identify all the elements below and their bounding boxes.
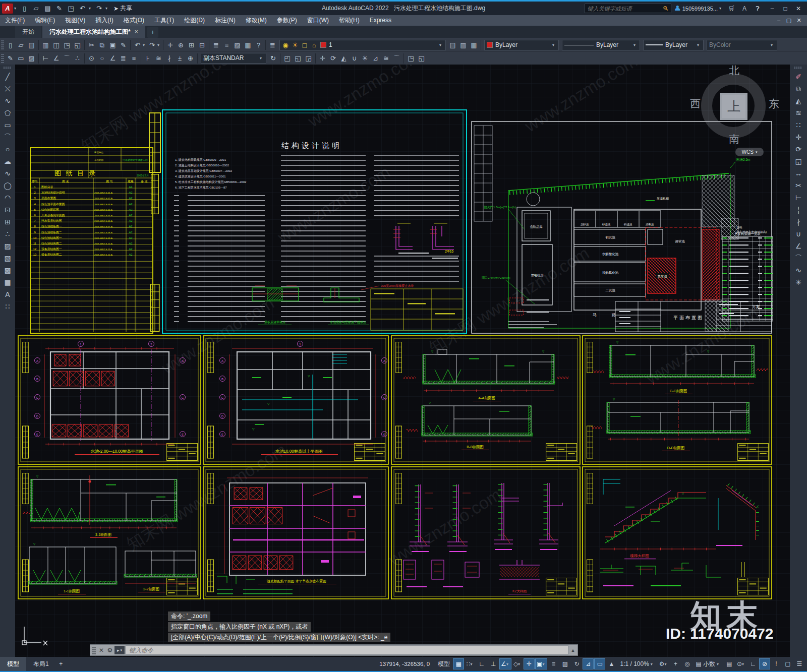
isodraft-toggle[interactable]: ◇▾ — [512, 658, 523, 669]
cut-icon[interactable]: ✂ — [86, 40, 97, 50]
draw-mtext-icon[interactable]: A — [2, 288, 14, 300]
draworder-above-icon[interactable]: ◲ — [303, 53, 314, 64]
dim-tolerance-icon[interactable]: ± — [175, 53, 185, 64]
layer-state-2-icon[interactable]: ▥ — [458, 40, 469, 50]
redo-icon[interactable]: ↷ — [147, 40, 157, 50]
tab-close-icon[interactable]: × — [135, 26, 138, 38]
pan-icon[interactable]: ✛ — [165, 40, 176, 50]
infer-constraints-toggle[interactable]: ∟ — [476, 658, 487, 669]
customization-gear[interactable]: ⚙▾ — [658, 658, 670, 669]
zoom-realtime-icon[interactable]: ⊕ — [176, 40, 186, 50]
viewcube-north[interactable]: 北 — [729, 65, 739, 78]
clean-screen-button[interactable]: ▢ — [782, 658, 793, 669]
grid-toggle[interactable]: ▦ — [453, 658, 464, 669]
modify-erase-icon[interactable]: ✐ — [792, 71, 804, 83]
menu-help[interactable]: 帮助(H) — [334, 15, 365, 26]
dim-radius-icon[interactable]: ⊙ — [86, 53, 97, 64]
modify-array-icon[interactable]: ∷ — [792, 119, 804, 131]
draworder-back-icon[interactable]: ◱ — [293, 53, 303, 64]
model-tab[interactable]: 模型 — [0, 657, 26, 671]
modify-join-icon[interactable]: ∪ — [349, 53, 360, 64]
draw-rectangle-icon[interactable]: ▭ — [2, 119, 14, 131]
menu-tools[interactable]: 工具(T) — [149, 15, 179, 26]
modify-toolbar-grip[interactable] — [794, 67, 802, 69]
menu-view[interactable]: 视图(V) — [60, 15, 90, 26]
menu-modify[interactable]: 修改(M) — [241, 15, 272, 26]
modify-trim-icon[interactable]: ✂ — [792, 179, 804, 192]
draw-circle-icon[interactable]: ○ — [2, 143, 14, 155]
modify-offset-icon[interactable]: ≋ — [792, 107, 804, 119]
modify-blend-icon[interactable]: ∿ — [792, 264, 804, 276]
draw-ellipse-arc-icon[interactable]: ◠ — [2, 192, 14, 204]
menu-dimension[interactable]: 标注(N) — [210, 15, 241, 26]
undo-icon[interactable]: ↶ — [132, 40, 143, 50]
plotstyle-control-dropdown[interactable]: ByColor ▾ — [707, 40, 777, 50]
lineweight-toggle[interactable]: ≡ — [548, 658, 559, 669]
dim-arclength-icon[interactable]: ⌒ — [62, 53, 72, 64]
dim-ordinate-icon[interactable]: ∴ — [72, 53, 83, 64]
modify-scale-icon[interactable]: ◱ — [792, 155, 804, 167]
paste-icon[interactable]: ▣ — [107, 40, 118, 50]
modify-fillet-icon[interactable]: ⌒ — [391, 53, 402, 64]
draw-spline-icon[interactable]: ∿ — [2, 167, 14, 179]
draw-polygon-icon[interactable]: ⬠ — [2, 107, 14, 119]
transparency-toggle[interactable]: ▨ — [559, 658, 570, 669]
isolate-objects-button[interactable]: ◎ — [682, 658, 693, 669]
command-bar[interactable]: ✕ ⚙ ▸▾ ▲ — [90, 644, 578, 656]
draw-region-icon[interactable]: ▩ — [2, 264, 14, 276]
layer-state-3-icon[interactable]: ▦ — [469, 40, 479, 50]
menu-format[interactable]: 格式(O) — [119, 15, 149, 26]
account-menu[interactable]: 👤︎ 1505999135... ▾ — [674, 5, 723, 12]
copy-icon[interactable]: ⧉ — [97, 40, 107, 50]
preview-icon[interactable]: ◫ — [51, 40, 62, 50]
dynamic-input-toggle[interactable]: ▭ — [594, 658, 605, 669]
command-expand-icon[interactable]: ▲ — [568, 648, 578, 653]
draw-gradient-icon[interactable]: ▧ — [2, 252, 14, 264]
layer-states-icon[interactable]: ≡ — [221, 40, 232, 50]
dim-edit-icon[interactable]: ✎ — [5, 53, 16, 64]
qat-saveas-button[interactable]: ✎ — [54, 3, 65, 14]
layer-thaw-icon[interactable]: ☀ — [292, 40, 299, 50]
qat-save-button[interactable]: ▤ — [42, 3, 53, 14]
new-layout-button[interactable]: + — [56, 660, 66, 667]
command-close-icon[interactable]: ✕ — [97, 647, 105, 654]
dim-angular-icon[interactable]: ∠ — [107, 53, 118, 64]
draworder-group-icon[interactable]: ◳ — [406, 53, 416, 64]
modify-rotate-icon[interactable]: ⟳ — [328, 53, 338, 64]
model-space-toggle[interactable]: 模型 — [435, 660, 452, 668]
print-icon[interactable]: ▥ — [40, 40, 51, 50]
ucs-icon-toggle[interactable]: ∟ — [747, 658, 759, 669]
modify-stretch-icon[interactable]: ↔ — [792, 167, 804, 179]
logo-caret-icon[interactable]: ▾ — [14, 6, 18, 11]
qat-redo-button[interactable]: ↷ — [94, 3, 104, 14]
dim-linear-icon[interactable]: ⊢ — [40, 53, 51, 64]
search-input[interactable] — [585, 6, 661, 12]
color-caret[interactable]: ▾ — [552, 43, 556, 47]
menu-window[interactable]: 窗口(W) — [302, 15, 334, 26]
menu-insert[interactable]: 插入(I) — [90, 15, 118, 26]
selection-cycling-toggle[interactable]: ↻ — [571, 658, 582, 669]
autodesk-a-icon[interactable]: A — [739, 4, 750, 14]
annotation-scale-dropdown[interactable]: 1:1 / 100%▾ — [617, 660, 657, 667]
redo-list-caret[interactable]: ▾ — [157, 43, 161, 47]
viewcube-top-face[interactable]: 上 — [720, 93, 747, 120]
help-icon[interactable]: ❓︎ — [753, 4, 763, 14]
draw-line-icon[interactable]: ╱ — [2, 71, 14, 83]
new-tab-button[interactable]: + — [147, 27, 158, 38]
match-properties-icon[interactable]: ✎ — [118, 40, 129, 50]
qat-new-button[interactable]: ▯ — [19, 3, 30, 14]
dim-update-icon[interactable]: ↻ — [268, 53, 278, 64]
graphics-performance-toggle[interactable]: ⊘ — [759, 658, 770, 669]
modify-join-icon[interactable]: ∪ — [792, 228, 804, 240]
units-dropdown[interactable]: ▤小数▾ — [694, 660, 723, 668]
tool-palettes-icon[interactable]: ▨ — [232, 40, 243, 50]
dim-quick-icon[interactable]: ≣ — [118, 53, 129, 64]
menu-file[interactable]: 文件(F) — [0, 15, 30, 26]
modify-explode-icon[interactable]: ✳ — [792, 276, 804, 288]
qat-open-button[interactable]: ▱ — [31, 3, 41, 14]
layer-vp-freeze-icon[interactable]: ◻ — [301, 40, 308, 50]
lineweight-control-dropdown[interactable]: ByLayer ▾ — [643, 40, 704, 50]
modify-ducs-icon[interactable]: ⊿ — [370, 53, 381, 64]
snap-toggle[interactable]: ∷▾ — [465, 658, 476, 669]
layer-on-icon[interactable]: ◉ — [282, 40, 289, 50]
